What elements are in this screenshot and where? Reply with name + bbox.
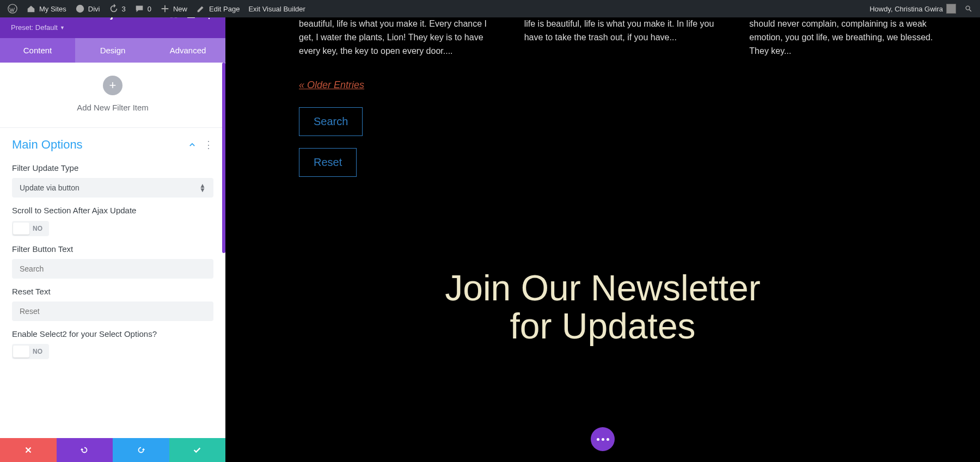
panel-scrollbar[interactable] <box>222 63 225 438</box>
panel-body: + Add New Filter Item Main Options ⋮ Fil… <box>0 63 225 438</box>
tab-advanced[interactable]: Advanced <box>150 38 225 63</box>
search-button[interactable]: Search <box>299 107 363 136</box>
new[interactable]: New <box>156 0 192 17</box>
dot-icon <box>607 438 609 441</box>
undo-button[interactable] <box>57 438 113 462</box>
wp-logo[interactable] <box>3 0 22 17</box>
wp-admin-bar: My Sites Divi 3 0 New Edit Page Exit Vis… <box>0 0 980 17</box>
reset-text-input[interactable] <box>12 301 213 321</box>
module-settings-panel: Filter Posts - Divi Ajax Filter... ⋮ Pre… <box>0 0 225 462</box>
new-label: New <box>173 5 187 13</box>
post-excerpt: life is beautiful, life is what you make… <box>524 17 722 58</box>
builder-floating-menu[interactable] <box>591 427 615 451</box>
check-icon <box>192 445 202 455</box>
section-title: Main Options <box>12 138 188 152</box>
field-label: Filter Button Text <box>12 244 213 255</box>
close-icon <box>23 445 33 455</box>
caret-down-icon: ▼ <box>60 25 65 30</box>
tab-design[interactable]: Design <box>75 38 150 63</box>
site-name-label: Divi <box>88 5 100 13</box>
search-icon <box>965 4 972 14</box>
toggle-value: NO <box>33 225 42 232</box>
older-entries: « Older Entries <box>299 79 980 91</box>
redo-button[interactable] <box>113 438 169 462</box>
newsletter-heading: Join Our Newsletter for Updates <box>225 269 980 345</box>
add-filter-item-button[interactable]: + <box>103 76 122 95</box>
site-switch[interactable]: Divi <box>71 0 105 17</box>
posts-row: beautiful, life is what you make it. Eve… <box>225 17 980 58</box>
updates[interactable]: 3 <box>105 0 130 17</box>
undo-icon <box>79 445 89 455</box>
post-excerpt: beautiful, life is what you make it. Eve… <box>299 17 497 58</box>
preset-label: Preset: Default <box>11 23 58 32</box>
my-sites[interactable]: My Sites <box>22 0 71 17</box>
tab-content[interactable]: Content <box>0 38 75 63</box>
field-label: Enable Select2 for your Select Options? <box>12 329 213 340</box>
howdy-label: Howdy, Christina Gwira <box>869 5 943 13</box>
filter-button-text-input[interactable] <box>12 259 213 279</box>
svg-point-0 <box>8 4 17 13</box>
dashboard-icon <box>75 4 85 14</box>
select-arrows-icon: ▲▼ <box>199 183 206 192</box>
toggle-knob <box>13 346 29 358</box>
cancel-button[interactable] <box>0 438 57 462</box>
scroll-after-ajax-toggle[interactable]: NO <box>12 221 49 236</box>
section-header-main-options[interactable]: Main Options ⋮ <box>0 128 225 157</box>
my-sites-label: My Sites <box>39 5 66 13</box>
older-entries-link[interactable]: « Older Entries <box>299 79 364 90</box>
dot-icon <box>602 438 604 441</box>
house-icon <box>26 4 36 14</box>
svg-point-1 <box>76 5 84 13</box>
reset-button[interactable]: Reset <box>299 148 357 177</box>
section-menu-dots-icon[interactable]: ⋮ <box>204 139 213 151</box>
comments[interactable]: 0 <box>130 0 156 17</box>
enable-select2-toggle[interactable]: NO <box>12 344 49 359</box>
edit-page-label: Edit Page <box>209 5 240 13</box>
exit-visual-builder[interactable]: Exit Visual Builder <box>244 0 310 17</box>
toggle-knob <box>13 223 29 235</box>
panel-tabs: Content Design Advanced <box>0 38 225 63</box>
wp-search[interactable] <box>960 0 977 17</box>
scrollbar-thumb[interactable] <box>222 63 225 253</box>
page-preview: beautiful, life is what you make it. Eve… <box>225 17 980 462</box>
edit-page[interactable]: Edit Page <box>192 0 244 17</box>
exit-builder-label: Exit Visual Builder <box>248 5 305 13</box>
comment-icon <box>134 4 144 14</box>
add-filter-item-label: Add New Filter Item <box>77 103 149 112</box>
toggle-value: NO <box>33 348 42 355</box>
updates-count: 3 <box>122 5 126 13</box>
redo-icon <box>136 445 146 455</box>
newsletter-line1: Join Our Newsletter <box>445 268 761 308</box>
filter-update-type-select[interactable]: Update via button ▲▼ <box>12 178 213 198</box>
save-button[interactable] <box>169 438 226 462</box>
field-label: Reset Text <box>12 286 213 297</box>
post-excerpt: should never complain, complaining is a … <box>749 17 947 58</box>
dot-icon <box>597 438 599 441</box>
plus-icon <box>160 4 170 14</box>
preset-selector[interactable]: Preset: Default ▼ <box>11 23 215 32</box>
select-value: Update via button <box>20 183 79 192</box>
comments-count: 0 <box>148 5 151 13</box>
howdy-user[interactable]: Howdy, Christina Gwira <box>865 0 960 17</box>
svg-point-2 <box>966 6 970 10</box>
avatar <box>946 4 956 14</box>
pencil-icon <box>196 4 206 14</box>
wordpress-icon <box>8 4 17 14</box>
field-label: Scroll to Section After Ajax Update <box>12 205 213 216</box>
chevron-up-icon <box>188 141 196 149</box>
field-label: Filter Update Type <box>12 163 213 174</box>
newsletter-line2: for Updates <box>510 306 695 346</box>
panel-footer <box>0 438 225 462</box>
refresh-icon <box>109 4 119 14</box>
